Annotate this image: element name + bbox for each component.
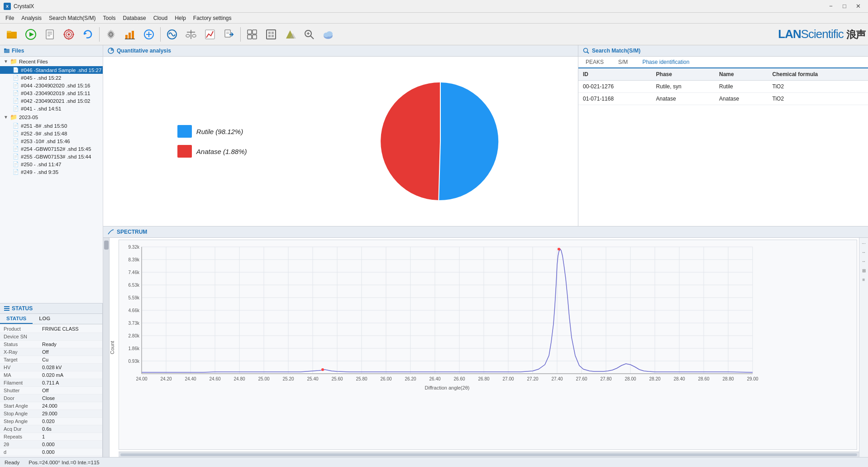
zoom-btn[interactable] bbox=[300, 25, 318, 43]
menu-item-file[interactable]: File bbox=[2, 14, 18, 22]
brand-lan: LAN bbox=[778, 27, 801, 41]
col-name: Name bbox=[715, 68, 768, 81]
file-name-4: #042 -2304902021 .shd 15:02 bbox=[21, 98, 90, 104]
search-tab-phase[interactable]: Phase identification bbox=[635, 57, 696, 68]
file-name-3: #043 -2304902019 .shd 15:11 bbox=[21, 91, 90, 96]
grid-btn[interactable] bbox=[243, 25, 261, 43]
legend-text-1: Anatase (1.88%) bbox=[196, 148, 247, 155]
chart-area[interactable]: .grid-line { stroke: #e0e4ea; stroke-wid… bbox=[119, 240, 857, 450]
spectrum-scrollbar[interactable] bbox=[119, 452, 859, 457]
statusbar-text: Ready bbox=[5, 460, 19, 465]
file-2023-1[interactable]: 📄 #252 -9# .shd 15:48 bbox=[0, 130, 103, 137]
settings-btn[interactable] bbox=[102, 25, 120, 43]
file-item-4[interactable]: 📄 #042 -2304902021 .shd 15:02 bbox=[0, 97, 103, 105]
status-tab-log[interactable]: LOG bbox=[33, 314, 57, 324]
mountain-btn[interactable] bbox=[281, 25, 299, 43]
menu-item-tools[interactable]: Tools bbox=[99, 14, 119, 22]
left-panel: Files ▼ 📁 Recent Files 📄 #046 -Standard … bbox=[0, 45, 103, 457]
scan-btn[interactable] bbox=[163, 25, 181, 43]
status-label: Stop Angle bbox=[4, 411, 42, 416]
vertical-scrollbar[interactable] bbox=[103, 238, 110, 457]
legend-color-1 bbox=[177, 145, 192, 158]
status-label: Status bbox=[4, 342, 42, 347]
file-item-2[interactable]: 📄 #044 -2304902020 .shd 15:16 bbox=[0, 82, 103, 89]
cell-id: 00-021-1276 bbox=[578, 81, 652, 93]
legend-item-1: Anatase (1.88%) bbox=[177, 145, 247, 158]
file-2023-0[interactable]: 📄 #251 -8# .shd 15:50 bbox=[0, 122, 103, 130]
right-tool-grid[interactable]: ⊞ bbox=[860, 267, 868, 274]
file-item-0[interactable]: 📄 #046 -Standard Sample .shd 15:27 bbox=[0, 66, 103, 74]
svg-text:0.93k: 0.93k bbox=[129, 359, 140, 364]
right-tool-arrows[interactable]: ↔ bbox=[860, 249, 868, 256]
file-2023-name-2: #253 -10# .shd 15:46 bbox=[21, 139, 70, 144]
svg-point-11 bbox=[68, 33, 70, 35]
svg-text:26.60: 26.60 bbox=[453, 376, 465, 381]
file-2023-3[interactable]: 📄 #254 -GBW07152# .shd 15:45 bbox=[0, 145, 103, 153]
file-2023-4[interactable]: 📄 #255 -GBW07153# .shd 15:44 bbox=[0, 153, 103, 160]
menu-item-factory-settings[interactable]: Factory settings bbox=[190, 14, 235, 22]
brand-cn: 浪声 bbox=[846, 29, 865, 40]
file-2023-5[interactable]: 📄 #250 - .shd 11:47 bbox=[0, 160, 103, 168]
file-icon-5: 📄 bbox=[13, 106, 19, 111]
file-2023-2[interactable]: 📄 #253 -10# .shd 15:46 bbox=[0, 137, 103, 145]
table-row[interactable]: 01-071-1168AnataseAnataseTiO2 bbox=[578, 93, 868, 105]
recent-files-folder[interactable]: ▼ 📁 Recent Files bbox=[0, 57, 103, 66]
run-btn[interactable] bbox=[22, 25, 40, 43]
menu-item-cloud[interactable]: Cloud bbox=[150, 14, 171, 22]
file-name-1: #045 - .shd 15:22 bbox=[21, 75, 62, 81]
status-tab-status[interactable]: STATUS bbox=[0, 314, 33, 324]
export-btn[interactable] bbox=[220, 25, 238, 43]
recent-files-label: Recent Files bbox=[19, 59, 48, 64]
svg-marker-16 bbox=[84, 32, 87, 35]
file-item-1[interactable]: 📄 #045 - .shd 15:22 bbox=[0, 74, 103, 82]
svg-text:25.20: 25.20 bbox=[282, 376, 294, 381]
pie-chart bbox=[377, 78, 504, 205]
legend-color-0 bbox=[177, 125, 192, 138]
table-row[interactable]: 00-021-1276Rutile, synRutileTiO2 bbox=[578, 81, 868, 93]
cloud-btn[interactable] bbox=[319, 25, 337, 43]
svg-text:26.40: 26.40 bbox=[429, 376, 440, 381]
file-2023-6[interactable]: 📄 #249 - .shd 9:35 bbox=[0, 168, 103, 176]
report-btn[interactable] bbox=[41, 25, 59, 43]
file-item-3[interactable]: 📄 #043 -2304902019 .shd 15:11 bbox=[0, 89, 103, 97]
main-area: Files ▼ 📁 Recent Files 📄 #046 -Standard … bbox=[0, 45, 868, 457]
folder-2023[interactable]: ▼ 📁 2023-05 bbox=[0, 112, 103, 122]
menu-item-analysis[interactable]: Analysis bbox=[18, 14, 45, 22]
file-2023-icon-6: 📄 bbox=[13, 169, 19, 175]
refresh-btn[interactable] bbox=[79, 25, 97, 43]
status-label: Product bbox=[4, 326, 42, 332]
right-tool-arrows2[interactable]: ↔ bbox=[860, 258, 868, 265]
add-btn[interactable] bbox=[140, 25, 158, 43]
statusbar: Ready Pos.=24.000° Ind.=0 Inte.=115 bbox=[0, 457, 868, 467]
titlebar-left: X CrystalX bbox=[4, 3, 34, 10]
status-row: d0.000 bbox=[0, 448, 102, 456]
chart-btn[interactable] bbox=[121, 25, 139, 43]
status-row: HV0.028 kV bbox=[0, 364, 102, 371]
svg-text:27.00: 27.00 bbox=[502, 376, 514, 381]
svg-text:Diffraction angle(2θ): Diffraction angle(2θ) bbox=[425, 385, 470, 390]
right-tool-dots[interactable]: ··· bbox=[860, 240, 868, 247]
minimize-button[interactable]: − bbox=[825, 1, 837, 12]
search-tab-sm[interactable]: S/M bbox=[611, 57, 635, 67]
target-btn[interactable] bbox=[60, 25, 78, 43]
svg-text:28.60: 28.60 bbox=[698, 376, 709, 381]
v-scroll-thumb[interactable] bbox=[104, 241, 109, 250]
status-header: STATUS bbox=[0, 303, 102, 314]
maximize-button[interactable]: □ bbox=[838, 1, 851, 12]
status-row: ProductFRINGE CLASS bbox=[0, 325, 102, 333]
spectrum-scrollbar-thumb[interactable] bbox=[120, 453, 857, 456]
box-btn[interactable] bbox=[262, 25, 280, 43]
close-button[interactable]: ✕ bbox=[852, 1, 864, 12]
menu-item-search-match-s-m-[interactable]: Search Match(S/M) bbox=[45, 14, 99, 22]
balance-btn[interactable] bbox=[182, 25, 200, 43]
status-label: HV bbox=[4, 365, 42, 370]
file-tree: ▼ 📁 Recent Files 📄 #046 -Standard Sample… bbox=[0, 57, 103, 303]
file-item-5[interactable]: 📄 #041 - .shd 14:51 bbox=[0, 105, 103, 112]
right-tool-list[interactable]: ≡ bbox=[860, 276, 868, 283]
search-tab-peaks[interactable]: PEAKS bbox=[578, 57, 611, 67]
menu-item-database[interactable]: Database bbox=[119, 14, 149, 22]
trend-btn[interactable] bbox=[201, 25, 219, 43]
caret-icon: ▼ bbox=[4, 59, 8, 64]
open-folder-btn[interactable] bbox=[3, 25, 21, 43]
menu-item-help[interactable]: Help bbox=[171, 14, 190, 22]
